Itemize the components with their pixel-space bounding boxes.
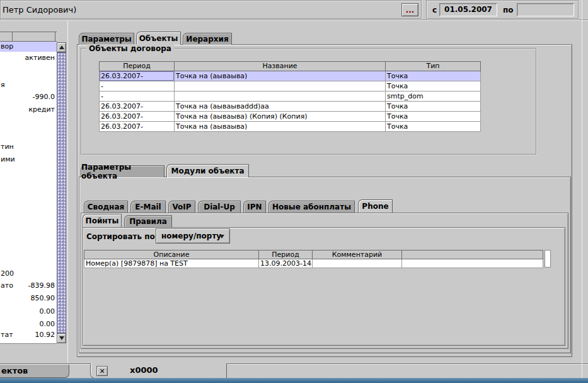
left-table-header-cell[interactable]	[13, 32, 55, 41]
left-table-row[interactable]: ато-839.98	[0, 281, 55, 290]
tab-ipn[interactable]: IPN	[243, 201, 266, 213]
sort-by-combobox[interactable]: номеру/порту	[156, 228, 230, 244]
contract-title: Петр Сидорович)	[3, 5, 76, 15]
date-range-panel: с 01.05.2007 по	[426, 0, 579, 20]
selected-row-text: вор	[1, 42, 13, 50]
topbar-divider	[0, 20, 588, 21]
sort-by-label: Сортировать по:	[86, 232, 158, 241]
left-table-row[interactable]: кредит	[0, 105, 55, 114]
objects-table-header: Период Название Тип	[99, 61, 481, 71]
date-to-field[interactable]	[517, 3, 574, 16]
date-from-label: с	[432, 6, 437, 15]
left-table-header-cell[interactable]	[0, 32, 13, 41]
date-to-label: по	[503, 6, 514, 15]
scroll-down-button[interactable]	[57, 333, 66, 343]
tab-parametry[interactable]: Параметры	[79, 33, 134, 45]
table-corner	[545, 250, 551, 268]
column-header[interactable]: Период	[259, 250, 313, 259]
table-row[interactable]: - smtp_dom	[99, 91, 481, 102]
column-header-filler	[402, 250, 543, 259]
points-table: Описание Период Комментарий Номер(а) [98…	[84, 250, 543, 268]
contract-objects-title: Объекты договора	[86, 44, 174, 53]
table-row[interactable]: 26.03.2007- Точка на (аываыва) Точка	[99, 122, 481, 132]
left-table: вор активен я -990.0 кредит тин ими 200 …	[0, 42, 57, 344]
column-header[interactable]: Период	[100, 62, 175, 71]
left-table-row[interactable]: 200	[0, 269, 55, 278]
left-table-row[interactable]: я	[0, 81, 55, 90]
table-row[interactable]: 26.03.2007- Точка на (аываыва) (Копия) (…	[99, 112, 481, 122]
sort-by-value: номеру/порту	[161, 232, 221, 240]
more-button[interactable]: ...	[401, 3, 418, 16]
window-tab-x0000[interactable]: ✕ x0000	[90, 363, 227, 379]
scrollbar-thumb[interactable]	[57, 52, 66, 333]
tab-email[interactable]: E-Mail	[130, 201, 166, 213]
tab-svodnaya[interactable]: Сводная	[84, 201, 128, 213]
close-tab-button[interactable]: ✕	[96, 366, 108, 376]
left-table-row[interactable]: 0.00	[0, 307, 55, 316]
tab-obekty[interactable]: Объекты	[136, 32, 181, 45]
date-from-field[interactable]: 01.05.2007	[439, 3, 497, 16]
tab-ierarhiya[interactable]: Иерархия	[183, 33, 232, 45]
tab-pravila[interactable]: Правила	[124, 215, 172, 227]
contract-header-panel: Петр Сидорович) ...	[0, 0, 422, 20]
status-bar	[0, 378, 588, 383]
tab-dialup[interactable]: Dial-Up	[198, 201, 241, 213]
table-row[interactable]: 26.03.2007- Точка на (аываыва) Точка	[99, 71, 481, 81]
window-tab-label: x0000	[130, 365, 158, 375]
table-row[interactable]: Номер(а) [9879878] на TEST 13.09.2003-14…	[84, 259, 543, 268]
left-table-row[interactable]: 850.90	[0, 294, 55, 303]
column-header[interactable]: Описание	[84, 250, 259, 259]
window-edge	[582, 0, 582, 378]
split-divider[interactable]	[67, 21, 68, 363]
column-header[interactable]: Название	[175, 62, 386, 71]
chevron-up-icon	[59, 45, 64, 49]
points-tab-content	[83, 227, 565, 346]
tab-object-modules[interactable]: Модули объекта	[166, 164, 249, 177]
app-window: Петр Сидорович) ... с 01.05.2007 по вор …	[0, 0, 588, 383]
tab-voip[interactable]: VoIP	[168, 201, 195, 213]
objects-table: Период Название Тип 26.03.2007- Точка на…	[99, 61, 481, 132]
tab-object-params[interactable]: Параметры объекта	[81, 165, 164, 177]
left-table-row[interactable]: -990.0	[0, 93, 55, 102]
left-table-row[interactable]: активен	[0, 54, 55, 62]
table-row[interactable]: 26.03.2007- Точка на (аываываddd)aa Точк…	[99, 102, 481, 112]
more-button-label: ...	[406, 8, 415, 13]
close-icon: ✕	[99, 367, 105, 375]
left-table-row[interactable]: тин	[0, 143, 55, 151]
left-table-selected-row[interactable]: вор	[0, 42, 57, 52]
left-scrollbar[interactable]	[57, 42, 67, 343]
tab-phone[interactable]: Phone	[358, 199, 393, 213]
chevron-down-icon	[59, 336, 64, 340]
points-table-header: Описание Период Комментарий	[84, 250, 543, 259]
tab-pointy[interactable]: Пойнты	[83, 214, 122, 227]
window-tab-contracts[interactable]: ектов	[0, 365, 69, 378]
left-table-header	[0, 32, 57, 42]
table-row[interactable]: - Точка	[99, 81, 481, 91]
tab-novye-abonplaty[interactable]: Новые абонплаты	[268, 201, 355, 213]
column-header[interactable]: Тип	[386, 62, 481, 71]
left-table-row[interactable]: ими	[0, 155, 55, 164]
left-table-row[interactable]: тат10.92	[0, 331, 55, 339]
bottom-tabpane-highlight	[0, 364, 588, 365]
chevron-down-icon	[219, 235, 224, 239]
left-table-row[interactable]: 0.00	[0, 320, 55, 329]
column-header[interactable]: Комментарий	[313, 250, 402, 259]
scroll-up-button[interactable]	[57, 42, 66, 52]
